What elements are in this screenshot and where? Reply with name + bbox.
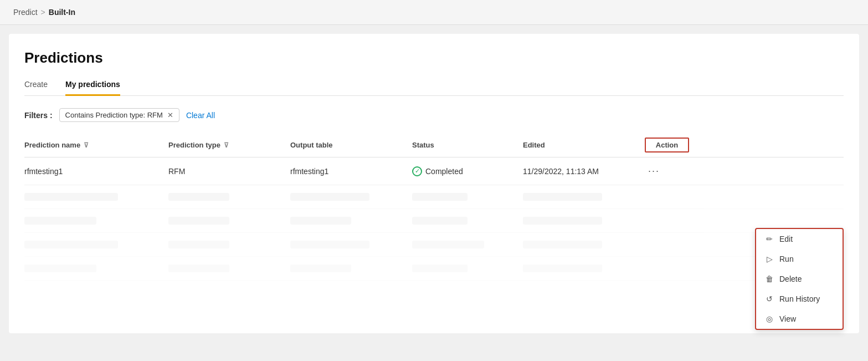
dropdown-edit-label: Edit (779, 235, 793, 243)
breadcrumb-separator: > (41, 8, 45, 17)
dropdown-run-history-label: Run History (779, 294, 820, 303)
run-icon: ▷ (765, 255, 774, 263)
main-content: Predictions Create My predictions Filter… (9, 34, 859, 333)
blurred-row-2 (24, 209, 844, 233)
cell-output-table: rfmtesting1 (290, 167, 412, 176)
dropdown-item-view[interactable]: ◎ View (756, 309, 843, 329)
tabs-container: Create My predictions (24, 77, 844, 96)
clear-all-button[interactable]: Clear All (186, 111, 215, 120)
top-bar: Predict > Built-In (0, 0, 868, 25)
breadcrumb-predict[interactable]: Predict (13, 8, 38, 17)
table-row: rfmtesting1 RFM rfmtesting1 ✓ Completed … (24, 157, 844, 185)
blurred-row-4 (24, 257, 844, 281)
col-header-status: Status (412, 138, 523, 152)
blurred-row-3 (24, 233, 844, 257)
filter-tag-rfm: Contains Prediction type: RFM ✕ (59, 108, 179, 122)
dropdown-item-delete[interactable]: 🗑 Delete (756, 269, 843, 289)
predictions-table: Prediction name ⊽ Prediction type ⊽ Outp… (24, 133, 844, 281)
filter-tag-close-icon[interactable]: ✕ (167, 111, 173, 119)
filter-icon-name[interactable]: ⊽ (84, 141, 89, 149)
dropdown-item-edit[interactable]: ✏ Edit (756, 229, 843, 249)
cell-edited: 11/29/2022, 11:13 AM (523, 167, 645, 176)
blurred-row-1 (24, 185, 844, 209)
cell-prediction-type: RFM (168, 167, 290, 176)
delete-icon: 🗑 (765, 274, 774, 283)
action-dropdown-menu: ✏ Edit ▷ Run 🗑 Delete ↺ Run History ◎ Vi… (755, 228, 844, 330)
dropdown-delete-label: Delete (779, 274, 802, 283)
cell-prediction-name: rfmtesting1 (24, 167, 168, 176)
col-header-output-table: Output table (290, 138, 412, 152)
cell-action: ··· (645, 164, 689, 178)
col-header-prediction-type: Prediction type ⊽ (168, 138, 290, 152)
filter-icon-type[interactable]: ⊽ (224, 141, 229, 149)
page-title: Predictions (24, 49, 844, 67)
cell-status: ✓ Completed (412, 166, 523, 176)
status-completed-icon: ✓ (412, 166, 422, 176)
table-header: Prediction name ⊽ Prediction type ⊽ Outp… (24, 133, 844, 157)
edit-icon: ✏ (765, 235, 774, 243)
dropdown-item-run-history[interactable]: ↺ Run History (756, 289, 843, 309)
more-options-button[interactable]: ··· (645, 164, 663, 178)
dropdown-run-label: Run (779, 255, 794, 263)
breadcrumb: Predict > Built-In (13, 8, 855, 17)
col-header-edited: Edited (523, 138, 645, 152)
col-header-prediction-name: Prediction name ⊽ (24, 138, 168, 152)
breadcrumb-current: Built-In (49, 8, 75, 17)
run-history-icon: ↺ (765, 294, 774, 303)
view-icon: ◎ (765, 314, 774, 323)
dropdown-item-run[interactable]: ▷ Run (756, 249, 843, 269)
dropdown-view-label: View (779, 314, 796, 323)
filter-tag-text: Contains Prediction type: RFM (65, 111, 163, 119)
filters-row: Filters : Contains Prediction type: RFM … (24, 108, 844, 122)
tab-my-predictions[interactable]: My predictions (65, 77, 120, 96)
col-header-action: Action (645, 138, 689, 152)
filters-label: Filters : (24, 111, 53, 120)
tab-create[interactable]: Create (24, 77, 48, 96)
